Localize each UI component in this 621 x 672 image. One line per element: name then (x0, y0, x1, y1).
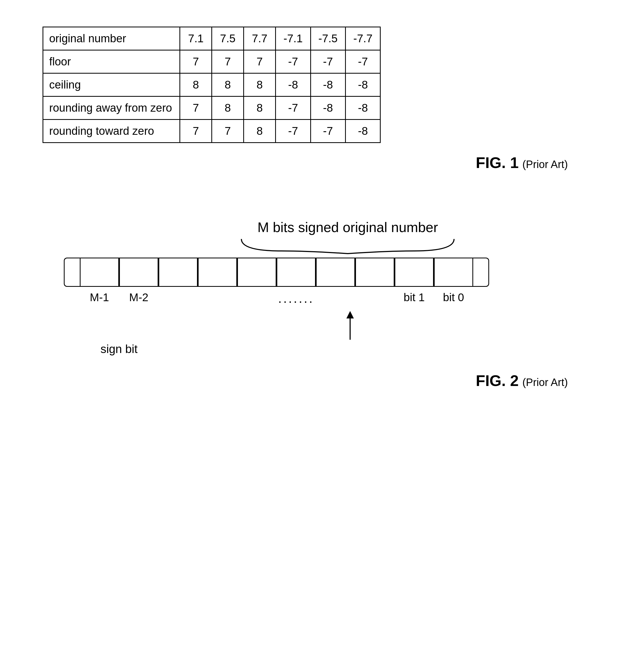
label-bit0: bit 0 (434, 291, 473, 304)
round-away-71: 7 (180, 96, 212, 120)
register-labels: M-1 M-2 ....... bit 1 bit 0 (64, 291, 600, 306)
arrow-head-icon (346, 311, 354, 319)
round-away-77: 8 (244, 96, 276, 120)
header-neg75: -7.5 (310, 27, 345, 50)
ceiling-neg71: -8 (276, 73, 310, 96)
header-75: 7.5 (212, 27, 244, 50)
bit-cell-0 (80, 258, 119, 287)
table-section: original number 7.1 7.5 7.7 -7.1 -7.5 -7… (43, 27, 600, 143)
floor-row: floor 7 7 7 -7 -7 -7 (43, 50, 380, 73)
label-m2: M-2 (119, 291, 158, 304)
round-away-neg71: -7 (276, 96, 310, 120)
round-toward-71: 7 (180, 120, 212, 143)
fig2-caption: FIG. 2 (Prior Art) (21, 372, 568, 389)
arrow-line (349, 319, 350, 340)
floor-75: 7 (212, 50, 244, 73)
round-toward-neg77: -8 (345, 120, 380, 143)
sign-bit-label: sign bit (100, 342, 600, 356)
table-header-row: original number 7.1 7.5 7.7 -7.1 -7.5 -7… (43, 27, 380, 50)
floor-77: 7 (244, 50, 276, 73)
round-toward-neg75: -7 (310, 120, 345, 143)
register-right-cap (473, 258, 489, 287)
floor-71: 7 (180, 50, 212, 73)
round-toward-77: 8 (244, 120, 276, 143)
round-toward-row: rounding toward zero 7 7 8 -7 -7 -8 (43, 120, 380, 143)
bit-cell-5 (277, 258, 316, 287)
label-bit1: bit 1 (395, 291, 434, 304)
bit-cell-1 (119, 258, 158, 287)
fig2-sublabel: (Prior Art) (523, 376, 568, 388)
round-away-neg77: -8 (345, 96, 380, 120)
label-dots: ....... (277, 291, 316, 306)
bit-cell-4 (237, 258, 277, 287)
fig1-sublabel: (Prior Art) (523, 159, 568, 170)
bit-cell-6 (316, 258, 355, 287)
fig1-number: FIG. 1 (476, 154, 519, 171)
floor-neg75: -7 (310, 50, 345, 73)
round-away-row: rounding away from zero 7 8 8 -7 -8 -8 (43, 96, 380, 120)
brace-svg (228, 236, 467, 255)
round-away-75: 8 (212, 96, 244, 120)
round-toward-neg71: -7 (276, 120, 310, 143)
bit-cell-8 (395, 258, 434, 287)
register-left-cap (64, 258, 80, 287)
header-71: 7.1 (180, 27, 212, 50)
label-m1: M-1 (80, 291, 119, 304)
rounding-table: original number 7.1 7.5 7.7 -7.1 -7.5 -7… (43, 27, 381, 143)
round-away-label: rounding away from zero (43, 96, 180, 120)
diagram-title: M bits signed original number (96, 219, 600, 255)
bit-cell-2 (158, 258, 198, 287)
header-neg71: -7.1 (276, 27, 310, 50)
sign-bit-arrow (100, 311, 600, 340)
diagram-section: M bits signed original number (43, 219, 600, 356)
ceiling-label: ceiling (43, 73, 180, 96)
ceiling-71: 8 (180, 73, 212, 96)
diagram-title-text: M bits signed original number (96, 219, 600, 235)
header-label: original number (43, 27, 180, 50)
register-container: M-1 M-2 ....... bit 1 bit 0 (64, 258, 600, 356)
fig2-number: FIG. 2 (476, 372, 519, 389)
ceiling-row: ceiling 8 8 8 -8 -8 -8 (43, 73, 380, 96)
bit-cell-3 (198, 258, 237, 287)
round-toward-75: 7 (212, 120, 244, 143)
round-toward-label: rounding toward zero (43, 120, 180, 143)
fig1-caption: FIG. 1 (Prior Art) (21, 154, 568, 171)
ceiling-77: 8 (244, 73, 276, 96)
ceiling-75: 8 (212, 73, 244, 96)
floor-neg71: -7 (276, 50, 310, 73)
header-77: 7.7 (244, 27, 276, 50)
round-away-neg75: -8 (310, 96, 345, 120)
floor-label: floor (43, 50, 180, 73)
bit-cell-7 (355, 258, 395, 287)
ceiling-neg75: -8 (310, 73, 345, 96)
register-row (64, 258, 600, 287)
floor-neg77: -7 (345, 50, 380, 73)
ceiling-neg77: -8 (345, 73, 380, 96)
sign-bit-section: sign bit (100, 311, 600, 356)
header-neg77: -7.7 (345, 27, 380, 50)
bit-cell-9 (434, 258, 473, 287)
